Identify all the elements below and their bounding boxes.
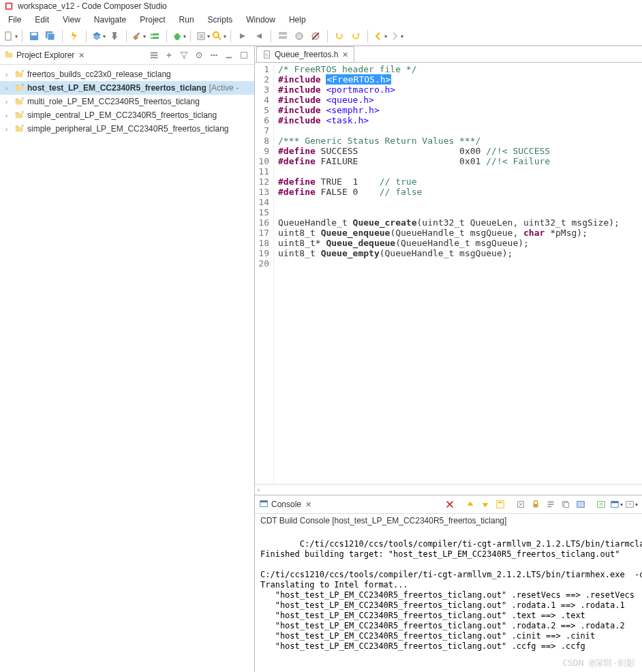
menu-view[interactable]: View	[57, 14, 86, 26]
menu-help[interactable]: Help	[284, 14, 311, 26]
project-explorer-header: Project Explorer ✕	[0, 46, 254, 65]
view-menu-icon[interactable]	[208, 49, 220, 61]
svg-rect-47	[16, 113, 23, 118]
project-item[interactable]: ›ccsmulti_role_LP_EM_CC2340R5_freertos_t…	[0, 95, 254, 108]
expand-icon[interactable]: ›	[5, 112, 12, 119]
build-all-button[interactable]	[147, 29, 162, 44]
svg-point-12	[151, 37, 153, 38]
next-error-icon[interactable]	[478, 498, 492, 511]
editor-hscroll[interactable]: ‹	[255, 484, 642, 495]
editor-tab[interactable]: h Queue_freertos.h ✕	[256, 46, 354, 62]
svg-line-19	[218, 37, 221, 40]
svg-rect-55	[260, 500, 268, 502]
console-text: C:/ti/ccs1210/ccs/tools/compiler/ti-cgt-…	[260, 539, 642, 672]
switch-workspace-button[interactable]: ▾	[91, 29, 106, 44]
pin-console-icon[interactable]	[594, 498, 608, 511]
next-annotation-button[interactable]	[235, 29, 250, 44]
menu-run[interactable]: Run	[174, 14, 200, 26]
build-button[interactable]: ▾	[131, 29, 146, 44]
word-wrap-icon[interactable]	[544, 498, 557, 511]
svg-rect-57	[498, 502, 503, 504]
project-label: multi_role_LP_EM_CC2340R5_freertos_ticla…	[27, 97, 200, 106]
expand-icon[interactable]: ›	[5, 85, 12, 92]
svg-rect-41	[16, 86, 23, 91]
svg-rect-3	[9, 32, 11, 34]
svg-point-22	[296, 33, 303, 40]
watermark: CSDN @深圳·剑影	[562, 658, 635, 668]
debug-button[interactable]: ▾	[171, 29, 186, 44]
menu-file[interactable]: File	[3, 14, 27, 26]
save-all-button[interactable]	[43, 29, 58, 44]
svg-rect-50	[16, 127, 23, 132]
menu-edit[interactable]: Edit	[29, 14, 55, 26]
menu-scripts[interactable]: Scripts	[202, 14, 239, 26]
main-area: Project Explorer ✕ ›ccsfreertos_builds_c…	[0, 46, 642, 672]
project-icon: ccs	[14, 96, 25, 107]
show-errors-icon[interactable]	[493, 498, 507, 511]
console-output[interactable]: C:/ti/ccs1210/ccs/tools/compiler/ti-cgt-…	[255, 528, 642, 672]
code-content[interactable]: /* FreeRTOS header file */#include <Free…	[274, 63, 642, 484]
svg-text:h: h	[265, 52, 268, 57]
expand-icon[interactable]: ›	[5, 71, 12, 78]
undo-button[interactable]	[332, 29, 347, 44]
filter-icon[interactable]	[178, 49, 190, 61]
new-connection-button[interactable]: ⊞▾	[195, 29, 210, 44]
link-editor-icon[interactable]	[163, 49, 175, 61]
project-item[interactable]: ›ccshost_test_LP_EM_CC2340R5_freertos_ti…	[0, 81, 254, 95]
expand-icon[interactable]: ›	[5, 98, 12, 106]
sep	[458, 498, 462, 511]
close-icon[interactable]: ✕	[78, 51, 85, 60]
project-icon: ccs	[14, 82, 25, 93]
menu-project[interactable]: Project	[134, 14, 170, 26]
open-type-button[interactable]	[275, 29, 290, 44]
collapse-all-icon[interactable]	[148, 49, 160, 61]
toggle-breakpoint-button[interactable]	[292, 29, 307, 44]
console-close-icon[interactable]: ✕	[305, 500, 311, 509]
skip-breakpoints-button[interactable]	[308, 29, 323, 44]
console-icon	[259, 499, 269, 510]
copy-icon[interactable]	[559, 498, 572, 511]
svg-rect-1	[7, 4, 12, 9]
project-item[interactable]: ›ccssimple_peripheral_LP_EM_CC2340R5_fre…	[0, 122, 254, 136]
prev-error-icon[interactable]	[463, 498, 477, 511]
redo-button[interactable]	[348, 29, 363, 44]
project-tree[interactable]: ›ccsfreertos_builds_cc23x0_release_ticla…	[0, 65, 254, 672]
focus-icon[interactable]	[193, 49, 205, 61]
prev-annotation-button[interactable]	[251, 29, 266, 44]
svg-point-34	[215, 55, 217, 57]
flash-button[interactable]	[67, 29, 82, 44]
project-item[interactable]: ›ccsfreertos_builds_cc23x0_release_ticla…	[0, 67, 254, 81]
project-icon: ccs	[14, 123, 25, 134]
new-button[interactable]: ▾	[3, 29, 18, 44]
project-item[interactable]: ›ccssimple_central_LP_EM_CC2340R5_freert…	[0, 108, 254, 122]
minimize-icon[interactable]	[223, 49, 235, 61]
code-editor[interactable]: 1234567891011121314151617181920 /* FreeR…	[255, 63, 642, 484]
terminate-icon[interactable]	[443, 498, 457, 511]
project-explorer-title: Project Explorer	[16, 50, 74, 60]
open-console-icon[interactable]: ▾	[609, 498, 623, 511]
svg-rect-29	[151, 57, 158, 59]
svg-text:+: +	[628, 501, 631, 508]
menu-navigate[interactable]: Navigate	[89, 14, 132, 26]
editor-tab-bar: h Queue_freertos.h ✕	[255, 46, 642, 63]
menu-window[interactable]: Window	[241, 14, 281, 26]
svg-rect-56	[497, 501, 504, 508]
svg-point-31	[198, 55, 200, 56]
svg-rect-5	[31, 33, 37, 35]
scroll-lock-icon[interactable]	[529, 498, 542, 511]
pin-button[interactable]	[107, 29, 122, 44]
forward-button[interactable]: ▾	[388, 29, 403, 44]
project-decoration: [Active -	[209, 83, 239, 93]
expand-icon[interactable]: ›	[5, 125, 12, 133]
new-console-icon[interactable]: +▾	[624, 498, 638, 511]
svg-point-13	[174, 33, 180, 40]
display-selected-icon[interactable]	[574, 498, 587, 511]
save-button[interactable]	[27, 29, 42, 44]
tab-close-icon[interactable]: ✕	[342, 50, 348, 59]
back-button[interactable]: ▾	[372, 29, 387, 44]
search-button[interactable]: ▾	[211, 29, 226, 44]
maximize-icon[interactable]	[238, 49, 250, 61]
clear-console-icon[interactable]	[514, 498, 528, 511]
svg-rect-26	[5, 52, 13, 57]
svg-rect-20	[279, 32, 287, 35]
